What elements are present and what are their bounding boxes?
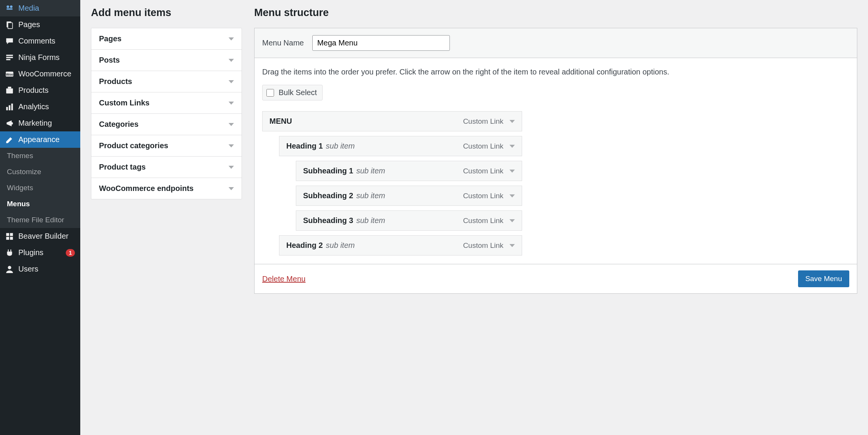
add-menu-items-title: Add menu items (91, 7, 242, 19)
sidebar-item-ninja-forms[interactable]: Ninja Forms (0, 49, 80, 66)
sidebar-item-label: Comments (18, 37, 75, 45)
analytics-icon (5, 103, 14, 111)
save-menu-button[interactable]: Save Menu (798, 270, 849, 287)
chevron-down-icon (229, 80, 234, 83)
sidebar-item-appearance[interactable]: Appearance (0, 131, 80, 148)
marketing-icon (5, 119, 14, 128)
media-icon (5, 4, 14, 13)
menu-item[interactable]: Heading 2sub itemCustom Link (279, 235, 522, 256)
menu-item-sublabel: sub item (356, 191, 385, 200)
accordion-item-posts[interactable]: Posts (91, 50, 242, 71)
delete-menu-link[interactable]: Delete Menu (262, 275, 305, 283)
svg-rect-19 (6, 237, 9, 240)
menu-items-list: MENUCustom LinkHeading 1sub itemCustom L… (262, 111, 522, 256)
chevron-down-icon (229, 144, 234, 147)
menu-item-sublabel: sub item (356, 167, 385, 175)
menu-item[interactable]: MENUCustom Link (262, 111, 522, 131)
products-icon (5, 86, 14, 95)
beaver-builder-icon (5, 232, 14, 241)
bulk-select-toggle[interactable]: Bulk Select (262, 85, 323, 100)
sidebar-item-comments[interactable]: Comments (0, 33, 80, 49)
sidebar-item-media[interactable]: Media (0, 0, 80, 16)
menu-item[interactable]: Heading 1sub itemCustom Link (279, 136, 522, 156)
menu-item-sublabel: sub item (356, 216, 385, 225)
accordion-label: Posts (99, 56, 120, 65)
accordion-item-products[interactable]: Products (91, 71, 242, 92)
chevron-down-icon[interactable] (509, 145, 515, 148)
appearance-submenu: ThemesCustomizeWidgetsMenusTheme File Ed… (0, 148, 80, 228)
accordion-item-product-tags[interactable]: Product tags (91, 157, 242, 178)
svg-point-0 (6, 5, 9, 8)
submenu-item-themes[interactable]: Themes (0, 148, 80, 164)
accordion-item-categories[interactable]: Categories (91, 114, 242, 135)
bulk-select-checkbox[interactable] (266, 89, 274, 97)
sidebar-item-pages[interactable]: Pages (0, 16, 80, 33)
accordion-add-items: PagesPostsProductsCustom LinksCategories… (91, 28, 242, 199)
svg-rect-17 (6, 233, 9, 236)
sidebar-item-beaver-builder[interactable]: Beaver Builder (0, 228, 80, 244)
chevron-down-icon (229, 37, 234, 40)
sidebar-item-products[interactable]: Products (0, 82, 80, 99)
accordion-label: Custom Links (99, 99, 149, 107)
sidebar-item-label: WooCommerce (18, 70, 75, 78)
menu-item-title: Subheading 2 (303, 191, 353, 200)
sidebar-item-analytics[interactable]: Analytics (0, 99, 80, 115)
svg-rect-12 (8, 87, 11, 88)
instruction-text: Drag the items into the order you prefer… (262, 66, 849, 77)
sidebar-item-label: Marketing (18, 119, 75, 128)
svg-rect-2 (6, 8, 12, 10)
submenu-item-widgets[interactable]: Widgets (0, 180, 80, 196)
accordion-label: Product categories (99, 141, 168, 150)
menu-item-type: Custom Link (463, 142, 503, 150)
chevron-down-icon[interactable] (509, 170, 515, 173)
chevron-down-icon (229, 102, 234, 105)
menu-item-type: Custom Link (463, 167, 503, 175)
ninja-forms-icon (5, 53, 14, 62)
accordion-label: Product tags (99, 163, 146, 171)
menu-header: Menu Name (255, 28, 857, 58)
menu-item-type: Custom Link (463, 241, 503, 250)
sidebar-item-label: Pages (18, 20, 75, 29)
submenu-item-theme-file-editor[interactable]: Theme File Editor (0, 212, 80, 228)
svg-rect-8 (6, 59, 10, 60)
svg-rect-18 (10, 233, 13, 236)
admin-sidebar: MediaPagesCommentsNinja FormsWooWooComme… (0, 0, 80, 435)
menu-item-title: Subheading 1 (303, 167, 353, 175)
menu-name-input[interactable] (312, 35, 450, 51)
chevron-down-icon (229, 166, 234, 169)
chevron-down-icon[interactable] (509, 194, 515, 197)
menu-item[interactable]: Subheading 2sub itemCustom Link (296, 186, 522, 206)
accordion-item-woocommerce-endpoints[interactable]: WooCommerce endpoints (91, 178, 242, 199)
svg-rect-7 (6, 57, 13, 58)
submenu-item-menus[interactable]: Menus (0, 196, 80, 212)
sidebar-item-label: Users (18, 265, 75, 273)
sidebar-item-label: Beaver Builder (18, 232, 75, 241)
pages-icon (5, 21, 14, 29)
accordion-label: Pages (99, 34, 122, 43)
svg-text:Woo: Woo (6, 73, 14, 76)
chevron-down-icon[interactable] (509, 219, 515, 222)
chevron-down-icon[interactable] (509, 120, 515, 123)
menu-structure-box: Menu Name Drag the items into the order … (254, 28, 857, 294)
accordion-item-custom-links[interactable]: Custom Links (91, 92, 242, 114)
menu-item-sublabel: sub item (326, 142, 355, 150)
menu-item-sublabel: sub item (326, 241, 355, 249)
sidebar-item-plugins[interactable]: Plugins1 (0, 244, 80, 261)
bulk-select-label: Bulk Select (279, 88, 317, 97)
sidebar-item-woocommerce[interactable]: WooWooCommerce (0, 66, 80, 82)
sidebar-item-users[interactable]: Users (0, 261, 80, 277)
svg-rect-15 (11, 103, 13, 110)
menu-item-type: Custom Link (463, 117, 503, 126)
menu-item-title: Heading 1 (286, 142, 323, 150)
chevron-down-icon (229, 187, 234, 190)
submenu-item-customize[interactable]: Customize (0, 164, 80, 180)
svg-rect-20 (10, 237, 13, 240)
chevron-down-icon[interactable] (509, 244, 515, 247)
accordion-item-product-categories[interactable]: Product categories (91, 135, 242, 157)
accordion-item-pages[interactable]: Pages (91, 28, 242, 50)
menu-item[interactable]: Subheading 1sub itemCustom Link (296, 161, 522, 181)
sidebar-item-marketing[interactable]: Marketing (0, 115, 80, 131)
menu-name-label: Menu Name (262, 39, 304, 47)
menu-item-title: Heading 2 (286, 241, 323, 249)
menu-item[interactable]: Subheading 3sub itemCustom Link (296, 210, 522, 231)
